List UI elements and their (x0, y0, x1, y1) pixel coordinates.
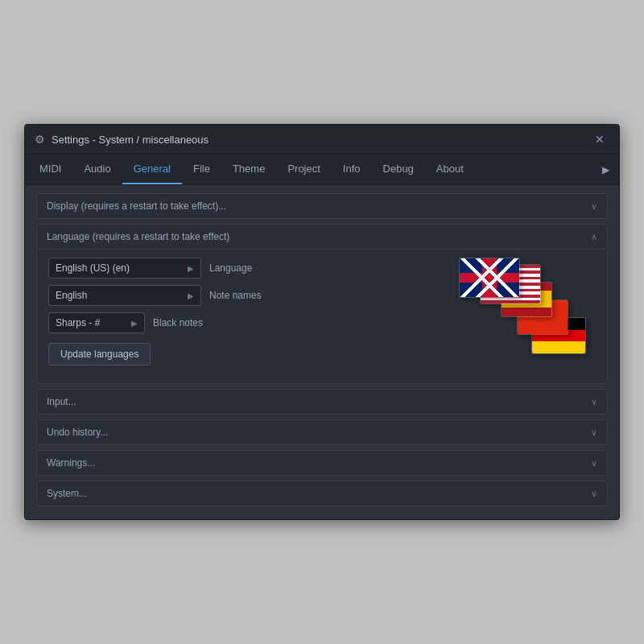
black-notes-label: Black notes (153, 317, 203, 328)
display-chevron-icon: ∨ (591, 201, 597, 212)
update-languages-button[interactable]: Update languages (48, 343, 151, 365)
language-content: English (US) (en) ▶ Language English ▶ N (48, 258, 596, 372)
language-section-header[interactable]: Language (requires a restart to take eff… (37, 225, 607, 249)
input-section-label: Input... (47, 396, 76, 407)
black-notes-row: Sharps - # ▶ Black notes (48, 312, 435, 333)
tab-info[interactable]: Info (332, 155, 372, 184)
input-section-header[interactable]: Input... ∨ (37, 390, 607, 414)
language-value: English (US) (en) (56, 262, 130, 274)
flags-display (451, 258, 596, 362)
language-controls: English (US) (en) ▶ Language English ▶ N (48, 258, 435, 372)
warnings-chevron-icon: ∨ (591, 458, 597, 469)
update-row: Update languages (48, 340, 435, 365)
note-names-arrow: ▶ (188, 291, 194, 300)
tab-midi[interactable]: MIDI (28, 155, 72, 184)
black-notes-value: Sharps - # (56, 317, 100, 328)
settings-window: ⚙ Settings - System / miscellaneous ✕ MI… (24, 124, 620, 520)
input-chevron-icon: ∨ (591, 397, 597, 407)
language-section-label: Language (requires a restart to take eff… (47, 231, 229, 242)
tab-theme[interactable]: Theme (221, 155, 276, 184)
tab-debug[interactable]: Debug (372, 155, 425, 184)
tab-more-icon[interactable]: ▶ (596, 156, 616, 184)
title-bar: ⚙ Settings - System / miscellaneous ✕ (25, 125, 619, 155)
note-names-row: English ▶ Note names (48, 285, 435, 306)
tab-general[interactable]: General (122, 155, 182, 184)
undo-section: Undo history... ∨ (36, 419, 608, 445)
system-section-header[interactable]: System... ∨ (37, 481, 607, 506)
gear-icon: ⚙ (35, 133, 45, 146)
note-names-label: Note names (209, 290, 262, 301)
note-names-dropdown[interactable]: English ▶ (48, 285, 201, 306)
undo-section-header[interactable]: Undo history... ∨ (37, 420, 607, 444)
uk-flag (459, 258, 520, 298)
tab-audio[interactable]: Audio (72, 155, 122, 184)
language-chevron-icon: ∧ (591, 232, 597, 242)
undo-chevron-icon: ∨ (591, 427, 597, 438)
black-notes-arrow: ▶ (131, 319, 138, 328)
display-section-label: Display (requires a restart to take effe… (47, 200, 226, 212)
display-section-header[interactable]: Display (requires a restart to take effe… (37, 194, 607, 218)
language-section: Language (requires a restart to take eff… (36, 224, 608, 384)
tab-file[interactable]: File (182, 155, 221, 184)
window-title: Settings - System / miscellaneous (52, 134, 208, 146)
language-row: English (US) (en) ▶ Language (48, 258, 435, 279)
system-section: System... ∨ (36, 481, 608, 506)
language-dropdown[interactable]: English (US) (en) ▶ (48, 258, 201, 279)
tab-about[interactable]: About (425, 155, 475, 184)
undo-section-label: Undo history... (47, 427, 108, 438)
note-names-value: English (56, 290, 87, 301)
system-section-label: System... (47, 488, 87, 499)
black-notes-dropdown[interactable]: Sharps - # ▶ (48, 312, 145, 333)
language-label: Language (209, 262, 252, 274)
warnings-section: Warnings... ∨ (36, 450, 608, 476)
input-section: Input... ∨ (36, 389, 608, 415)
content-area: Display (requires a restart to take effe… (25, 185, 619, 519)
tab-project[interactable]: Project (276, 155, 331, 184)
warnings-section-label: Warnings... (47, 457, 95, 469)
language-dropdown-arrow: ▶ (188, 264, 194, 273)
warnings-section-header[interactable]: Warnings... ∨ (37, 451, 607, 475)
system-chevron-icon: ∨ (591, 489, 597, 499)
tab-bar: MIDI Audio General File Theme Project In… (25, 155, 619, 185)
language-section-body: English (US) (en) ▶ Language English ▶ N (37, 249, 607, 383)
close-button[interactable]: ✕ (590, 131, 609, 147)
display-section: Display (requires a restart to take effe… (36, 193, 608, 219)
